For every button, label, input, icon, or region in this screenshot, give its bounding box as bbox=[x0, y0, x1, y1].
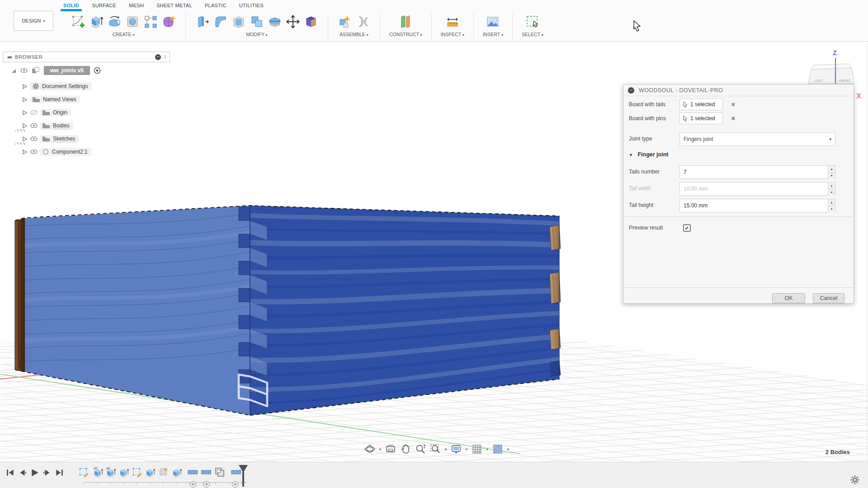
section-collapse-icon[interactable]: ▼ bbox=[629, 153, 633, 157]
extrude-icon[interactable] bbox=[89, 14, 104, 29]
timeline-extrude-5[interactable] bbox=[171, 467, 182, 478]
tab-surface[interactable]: SURFACE bbox=[92, 0, 116, 13]
group-label-assemble[interactable]: ASSEMBLE ▾ bbox=[340, 32, 368, 37]
timeline-pattern-1[interactable] bbox=[187, 467, 198, 478]
tails-number-stepper[interactable]: ▲▼ bbox=[828, 166, 835, 178]
board-with-pins-selection-button[interactable]: 1 selected bbox=[679, 113, 723, 124]
timeline-sketch-2[interactable] bbox=[132, 467, 142, 478]
orbit-icon[interactable] bbox=[364, 444, 375, 455]
cancel-button[interactable]: Cancel bbox=[813, 293, 844, 303]
dialog-minimize-icon[interactable]: − bbox=[628, 87, 634, 94]
panel-minus-icon[interactable]: − bbox=[155, 54, 161, 60]
browser-item-bodies[interactable]: Bodies bbox=[22, 121, 73, 131]
timeline-pattern-2[interactable] bbox=[201, 467, 212, 478]
browser-item-document-settings[interactable]: Document Settings bbox=[22, 81, 91, 91]
create-sketch-icon[interactable] bbox=[71, 14, 86, 29]
group-label-select[interactable]: SELECT ▾ bbox=[522, 32, 543, 37]
clear-tails-selection-icon[interactable]: × bbox=[729, 100, 737, 108]
appearance-icon[interactable] bbox=[303, 14, 319, 29]
clear-pins-selection-icon[interactable]: × bbox=[729, 114, 737, 122]
joint-type-dropdown[interactable]: Fingers joint ▾ bbox=[679, 132, 835, 146]
activate-component-icon[interactable] bbox=[94, 67, 101, 74]
viewcube-front-label[interactable]: FRONT bbox=[839, 79, 851, 83]
browser-root-row[interactable]: ww_joints v5 bbox=[11, 66, 101, 75]
expand-arrow-icon[interactable] bbox=[22, 97, 28, 103]
expand-arrow-icon[interactable] bbox=[22, 123, 28, 129]
hole-icon[interactable] bbox=[125, 14, 140, 29]
timeline-group-expand-icon[interactable]: + bbox=[232, 481, 238, 488]
timeline-extrude-1[interactable]: /// bbox=[93, 467, 104, 478]
tails-number-value[interactable]: 7 bbox=[680, 169, 828, 175]
viewports-icon[interactable] bbox=[492, 444, 503, 455]
rectangular-pattern-icon[interactable] bbox=[143, 14, 158, 29]
group-label-create[interactable]: CREATE ▾ bbox=[113, 32, 135, 37]
collapse-panel-icon[interactable]: ◀◀ bbox=[7, 55, 10, 59]
combine-icon[interactable] bbox=[249, 14, 264, 29]
skip-to-end-icon[interactable] bbox=[55, 469, 63, 477]
browser-item-origin[interactable]: Origin bbox=[22, 108, 71, 117]
tail-height-value[interactable]: 15.00 mm bbox=[680, 202, 828, 209]
document-root-item[interactable]: ww_joints v5 bbox=[44, 66, 90, 75]
viewcube-x-label[interactable]: X bbox=[856, 92, 862, 100]
timeline-group-expand-icon[interactable]: + bbox=[203, 481, 210, 488]
model-box[interactable] bbox=[15, 206, 561, 415]
timeline-boundary-fill[interactable] bbox=[158, 467, 169, 478]
timeline-settings-gear-icon[interactable] bbox=[850, 475, 860, 485]
browser-item-sketches[interactable]: Sketches bbox=[22, 134, 79, 144]
visibility-eye-icon[interactable] bbox=[30, 123, 38, 128]
display-settings-icon[interactable] bbox=[451, 444, 462, 455]
pan-icon[interactable] bbox=[400, 444, 411, 455]
timeline-extrude-4[interactable] bbox=[145, 467, 156, 478]
timeline-track[interactable] bbox=[84, 482, 247, 484]
create-form-icon[interactable] bbox=[161, 14, 176, 29]
finger-joint-section-header[interactable]: ▼ Finger joint bbox=[629, 151, 668, 158]
timeline-sketch-1[interactable] bbox=[78, 467, 89, 478]
tab-sheet-metal[interactable]: SHEET METAL bbox=[156, 0, 192, 13]
play-icon[interactable] bbox=[31, 469, 39, 477]
timeline-combine[interactable] bbox=[214, 467, 225, 478]
visibility-off-eye-icon[interactable] bbox=[30, 110, 38, 115]
group-label-modify[interactable]: MODIFY ▾ bbox=[246, 32, 268, 37]
workspace-switcher-design[interactable]: DESIGN ▾ bbox=[14, 11, 53, 31]
zoom-icon[interactable] bbox=[415, 444, 426, 455]
viewcube-left-label[interactable]: LEFT bbox=[815, 79, 823, 83]
timeline-playhead[interactable] bbox=[239, 465, 248, 487]
expanded-arrow-icon[interactable] bbox=[11, 68, 17, 74]
new-component-icon[interactable] bbox=[337, 14, 353, 29]
dialog-title-bar[interactable]: − WOODSOUL - DOVETAIL-PRO bbox=[623, 84, 854, 96]
visibility-eye-icon[interactable] bbox=[30, 150, 38, 154]
tab-utilities[interactable]: UTILITIES bbox=[239, 0, 264, 13]
grid-settings-icon[interactable] bbox=[472, 444, 482, 455]
insert-image-icon[interactable] bbox=[485, 14, 500, 29]
joint-icon[interactable] bbox=[355, 14, 371, 29]
group-label-inspect[interactable]: INSPECT ▾ bbox=[441, 32, 464, 37]
visibility-eye-icon[interactable] bbox=[20, 68, 28, 73]
zoom-window-icon[interactable] bbox=[430, 444, 441, 455]
tab-solid[interactable]: SOLID bbox=[63, 0, 79, 13]
move-copy-icon[interactable] bbox=[285, 14, 301, 29]
tail-height-stepper[interactable]: ▲▼ bbox=[828, 199, 835, 212]
panel-resize-handle[interactable]: ‖ bbox=[164, 54, 166, 60]
tail-height-field[interactable]: 15.00 mm ▲▼ bbox=[679, 199, 835, 212]
timeline-group-expand-icon[interactable]: + bbox=[190, 481, 196, 488]
revolve-icon[interactable] bbox=[107, 14, 122, 29]
visibility-eye-icon[interactable] bbox=[30, 136, 38, 141]
browser-header[interactable]: ◀◀ BROWSER − ‖ bbox=[3, 52, 170, 62]
expand-arrow-icon[interactable] bbox=[22, 84, 28, 89]
look-at-icon[interactable] bbox=[385, 444, 396, 455]
preview-result-checkbox[interactable]: ✓ bbox=[683, 224, 691, 232]
group-label-insert[interactable]: INSERT ▾ bbox=[483, 32, 503, 37]
step-forward-icon[interactable] bbox=[43, 469, 51, 477]
skip-to-start-icon[interactable] bbox=[6, 469, 14, 477]
expand-arrow-icon[interactable] bbox=[22, 110, 28, 116]
shell-icon[interactable] bbox=[231, 14, 246, 29]
timeline-extrude-2[interactable]: /// bbox=[105, 467, 116, 478]
select-icon[interactable] bbox=[525, 14, 540, 29]
board-with-tails-selection-button[interactable]: 1 selected bbox=[679, 99, 723, 110]
tab-plastic[interactable]: PLASTIC bbox=[205, 0, 226, 13]
measure-icon[interactable] bbox=[445, 14, 460, 29]
browser-item-named-views[interactable]: Named Views bbox=[22, 94, 80, 104]
viewcube-z-label[interactable]: Z bbox=[833, 49, 837, 56]
ok-button[interactable]: OK bbox=[772, 293, 805, 303]
tab-mesh[interactable]: MESH bbox=[129, 0, 144, 13]
